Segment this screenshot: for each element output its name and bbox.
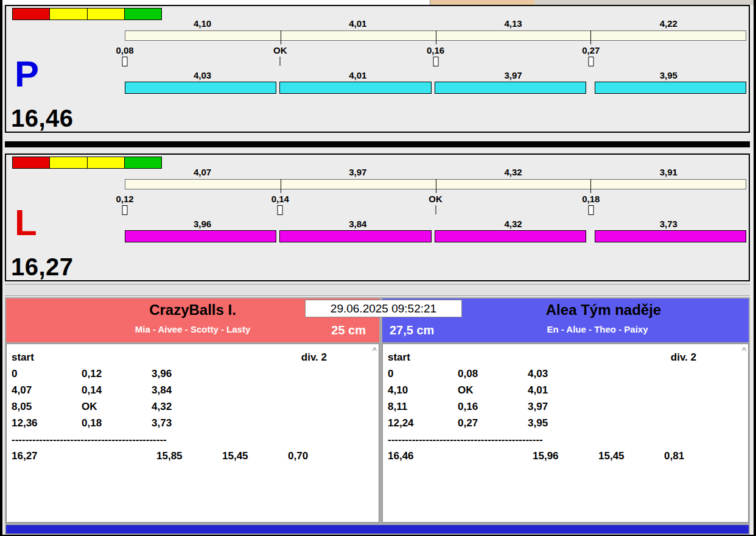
app-window: 4,10 4,01 4,13 4,22 0,08 OK 0,16 0,27 4,… — [0, 0, 756, 536]
leg-time: 3,91 — [591, 167, 746, 177]
table-totals-row: 16,27 15,85 15,45 0,70 — [12, 448, 379, 464]
dog-time-bar-segment — [279, 230, 431, 242]
start-light-yellow-2 — [88, 157, 125, 168]
cell-split: 0 — [12, 365, 82, 382]
dog-time: 4,32 — [436, 219, 591, 229]
start-light-red — [13, 9, 50, 19]
cell-total-time: 16,46 — [388, 448, 533, 464]
leg-time: 4,07 — [125, 167, 280, 177]
dog-time: 3,95 — [591, 70, 746, 80]
exchange-time-label: 0,14 — [271, 194, 289, 204]
cell-total-time: 16,27 — [12, 448, 156, 464]
dog-time: 4,03 — [125, 70, 280, 80]
cell-dog-time: 3,97 — [528, 398, 598, 415]
lane-panel-p: 4,10 4,01 4,13 4,22 0,08 OK 0,16 0,27 4,… — [5, 5, 750, 133]
exchange-marker[interactable] — [588, 57, 593, 66]
exchange-time-label: 0,16 — [427, 45, 444, 55]
cell-sum-dog-times: 15,85 — [156, 448, 222, 464]
dog-time: 3,96 — [125, 219, 280, 229]
cell-loss: 0,70 — [288, 448, 354, 464]
cell-start: start — [388, 349, 458, 365]
cell-best-possible: 15,45 — [598, 448, 664, 464]
exchange-markers-row — [125, 205, 746, 216]
dog-time-bar-segment — [595, 230, 746, 242]
leg-bar-separator — [436, 30, 436, 44]
exchange-marker[interactable] — [122, 57, 128, 66]
leg-times-row: 4,07 3,97 4,32 3,91 — [125, 167, 746, 177]
cell-dog-time: 3,73 — [152, 415, 222, 431]
jump-height: 27,5 cm — [390, 323, 434, 337]
exchange-marker[interactable] — [278, 205, 283, 215]
dog-times-row: 4,03 4,01 3,97 3,95 — [125, 70, 746, 80]
cell-split: 8,11 — [388, 398, 458, 415]
dog-time-bar-segment — [279, 82, 431, 94]
exchange-marker[interactable] — [433, 57, 438, 66]
toolbar-cutoff-area — [534, 0, 754, 5]
leg-bar-separator — [590, 30, 591, 44]
lane-letter: L — [15, 205, 37, 241]
lane-divider — [5, 141, 750, 147]
dog-times-bar — [125, 82, 746, 94]
exchange-marker[interactable] — [122, 205, 128, 215]
exchange-marker[interactable] — [588, 205, 593, 215]
exchange-times-row: 0,12 0,14 OK 0,18 — [125, 194, 746, 203]
table-row: 4,07 0,14 3,84 — [12, 382, 379, 398]
cell-loss: 0,81 — [664, 448, 730, 464]
dog-time: 4,01 — [280, 70, 435, 80]
cell-exchange: 0,16 — [458, 398, 528, 415]
cell-split: 12,24 — [388, 415, 458, 431]
cell-sum-dog-times: 15,96 — [533, 448, 598, 464]
table-row: 12,24 0,27 3,95 — [388, 415, 748, 431]
dog-time-bar-segment — [125, 230, 276, 242]
scroll-up-icon[interactable]: ^ — [741, 346, 746, 354]
exchange-marker[interactable] — [435, 205, 436, 214]
dog-time: 3,97 — [436, 70, 591, 80]
cell-dog-time: 3,84 — [152, 382, 222, 398]
cell-exchange: 0,18 — [82, 415, 152, 431]
dog-time-bar-segment — [125, 82, 276, 94]
cell-dog-time: 3,95 — [528, 415, 598, 431]
toolbar-cutoff-button — [430, 0, 534, 5]
toolbar-cutoff — [2, 0, 754, 5]
dog-time: 3,84 — [280, 219, 435, 229]
leg-time: 4,13 — [436, 18, 591, 29]
exchange-marker[interactable] — [280, 57, 281, 66]
lane-letter: P — [15, 56, 39, 93]
start-light-yellow-1 — [50, 9, 87, 19]
dog-time-bar-segment — [435, 82, 586, 94]
table-row: 4,10 OK 4,01 — [388, 382, 748, 398]
cell-exchange: 0,27 — [458, 415, 528, 431]
leg-time: 4,22 — [591, 18, 746, 29]
results-table-left: div. 2 ^ start 0 0,12 3,96 4,07 0,14 3,8… — [6, 344, 379, 523]
leg-progress-bar — [125, 30, 746, 41]
table-row: 0 0,08 4,03 — [388, 365, 748, 382]
start-light-red — [13, 157, 50, 168]
division-label: div. 2 — [671, 349, 696, 365]
cell-start: start — [12, 349, 82, 365]
start-light-yellow-2 — [88, 9, 125, 19]
team-members: Mia - Aivee - Scotty - Lasty — [6, 324, 379, 334]
cell-split: 8,05 — [12, 398, 82, 415]
cell-exchange: OK — [458, 382, 528, 398]
cell-split: 0 — [388, 365, 458, 382]
exchange-time-label: OK — [273, 45, 287, 55]
table-row: 8,11 0,16 3,97 — [388, 398, 748, 415]
results-panel: CrazyBalls I. Mia - Aivee - Scotty - Las… — [5, 297, 750, 535]
exchange-time-label: 0,08 — [116, 45, 133, 55]
lane-total-time: 16,46 — [11, 105, 74, 132]
bottom-status-bar — [6, 525, 749, 534]
cell-dog-time: 3,96 — [152, 365, 222, 382]
table-row: 0 0,12 3,96 — [12, 365, 379, 382]
lane-panel-l: 4,07 3,97 4,32 3,91 0,12 0,14 OK 0,18 3,… — [5, 153, 750, 281]
leg-bar-separator — [436, 179, 436, 193]
exchange-time-label: 0,18 — [582, 194, 600, 204]
scroll-up-icon[interactable]: ^ — [372, 346, 377, 354]
team-members: En - Alue - Theo - Paixy — [382, 324, 749, 334]
leg-time: 3,97 — [280, 167, 435, 177]
cell-exchange: 0,12 — [82, 365, 152, 382]
cell-exchange: 0,14 — [82, 382, 152, 398]
cell-split: 12,36 — [12, 415, 82, 431]
division-label: div. 2 — [301, 349, 327, 365]
cell-exchange: 0,08 — [458, 365, 528, 382]
jump-height: 25 cm — [331, 323, 366, 337]
